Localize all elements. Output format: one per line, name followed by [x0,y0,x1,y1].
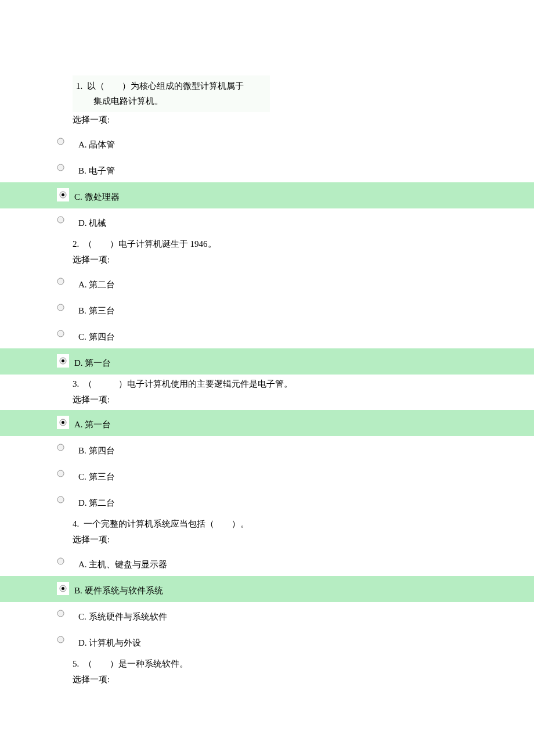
question-text: 4. 一个完整的计算机系统应当包括（ ）。 [73,514,534,532]
option-row-selected[interactable]: D. 第一台 [0,348,534,375]
option-row-selected[interactable]: C. 微处理器 [0,182,534,208]
radio-unchecked-icon[interactable] [57,328,64,338]
option-label: B. 第四台 [78,442,534,456]
option-row[interactable]: D. 第二台 [0,488,534,514]
radio-checked-icon[interactable] [57,188,69,201]
radio-unchecked-icon[interactable] [57,136,64,146]
option-row[interactable]: B. 第三台 [0,296,534,322]
radio-unchecked-icon[interactable] [57,442,64,452]
svg-point-12 [57,444,64,451]
question-text: 2. （ ）电子计算机诞生于 1946。 [73,235,534,252]
question-text-box: 1. 以（ ）为核心组成的微型计算机属于 集成电路计算机。 [73,75,270,112]
select-one-label: 选择一项: [73,532,534,550]
svg-point-6 [57,304,64,311]
select-one-label: 选择一项: [73,672,534,690]
option-label: D. 第一台 [74,354,534,369]
radio-unchecked-icon[interactable] [57,468,64,478]
svg-point-9 [62,359,64,362]
option-row[interactable]: D. 计算机与外设 [0,628,534,654]
select-one-label: 选择一项: [73,252,534,270]
svg-point-7 [57,330,64,337]
question-text: 3. （ ）电子计算机使用的主要逻辑元件是电子管。 [73,375,534,392]
svg-point-5 [57,278,64,285]
quiz-page: 1. 以（ ）为核心组成的微型计算机属于 集成电路计算机。 选择一项: A. 晶… [0,75,534,690]
option-row-selected[interactable]: B. 硬件系统与软件系统 [0,576,534,602]
svg-point-1 [57,164,64,171]
option-label: D. 第二台 [78,494,534,509]
svg-point-17 [62,587,64,590]
question-line-2: 集成电路计算机。 [93,96,163,106]
radio-checked-icon[interactable] [57,354,69,368]
svg-point-18 [57,610,64,617]
option-row[interactable]: A. 主机、键盘与显示器 [0,550,534,576]
radio-unchecked-icon[interactable] [57,276,64,286]
radio-unchecked-icon[interactable] [57,634,64,644]
option-label: C. 第四台 [78,328,534,343]
option-label: B. 硬件系统与软件系统 [74,582,534,596]
radio-checked-icon[interactable] [57,582,69,595]
radio-unchecked-icon[interactable] [57,494,64,504]
option-label: C. 系统硬件与系统软件 [78,608,534,622]
option-label: B. 第三台 [78,302,534,316]
option-label: C. 微处理器 [74,188,534,203]
option-label: A. 晶体管 [78,136,534,150]
question-text: 5. （ ）是一种系统软件。 [73,654,534,672]
svg-point-14 [57,496,64,503]
option-row[interactable]: C. 系统硬件与系统软件 [0,602,534,628]
option-label: B. 电子管 [78,162,534,177]
svg-point-15 [57,558,64,564]
option-row[interactable]: B. 电子管 [0,156,534,182]
radio-unchecked-icon[interactable] [57,214,64,224]
radio-unchecked-icon[interactable] [57,302,64,312]
svg-point-3 [62,193,64,196]
svg-point-19 [57,636,64,643]
option-row[interactable]: A. 晶体管 [0,130,534,156]
radio-unchecked-icon[interactable] [57,162,64,172]
option-label: D. 机械 [78,214,534,229]
option-row[interactable]: C. 第三台 [0,462,534,488]
radio-unchecked-icon[interactable] [57,556,64,566]
option-row[interactable]: D. 机械 [0,208,534,235]
question-line-1: 1. 以（ ）为核心组成的微型计算机属于 [76,79,268,94]
svg-point-11 [62,421,64,424]
radio-unchecked-icon[interactable] [57,608,64,618]
option-label: A. 主机、键盘与显示器 [78,556,534,570]
option-row-selected[interactable]: A. 第一台 [0,410,534,436]
option-label: A. 第二台 [78,276,534,290]
option-label: A. 第一台 [74,416,534,430]
radio-checked-icon[interactable] [57,416,69,429]
svg-point-0 [57,138,64,145]
svg-point-4 [57,217,64,223]
select-one-label: 选择一项: [73,112,534,130]
option-row[interactable]: A. 第二台 [0,270,534,296]
select-one-label: 选择一项: [73,392,534,410]
option-label: D. 计算机与外设 [78,634,534,649]
option-row[interactable]: C. 第四台 [0,322,534,348]
option-row[interactable]: B. 第四台 [0,436,534,462]
option-label: C. 第三台 [78,468,534,483]
svg-point-13 [57,470,64,477]
